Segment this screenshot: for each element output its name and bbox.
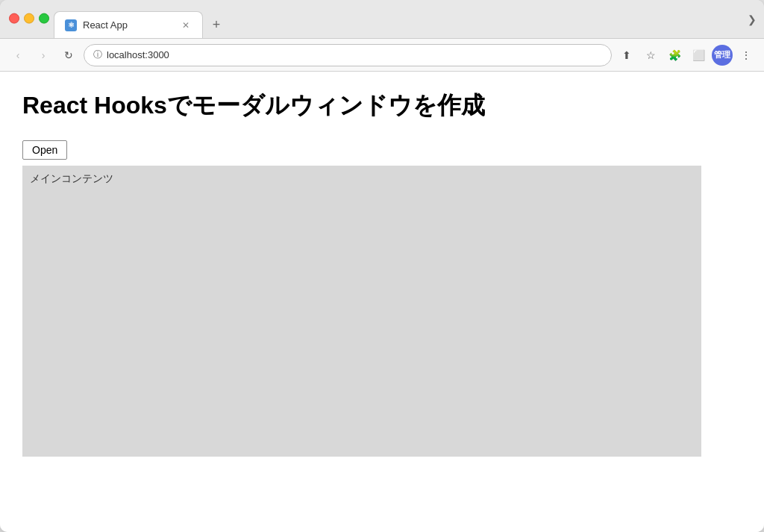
active-tab[interactable]: ⚛ React App ✕ [54,11,203,38]
menu-button[interactable]: ⋮ [736,45,757,66]
bookmark-button[interactable]: ☆ [640,45,661,66]
main-content-text: メインコンテンツ [30,172,113,184]
reload-button[interactable]: ↻ [58,45,79,66]
title-bar: ⚛ React App ✕ + ❯ [0,0,764,39]
address-bar[interactable]: ⓘ localhost:3000 [84,44,612,66]
minimize-window-button[interactable] [24,13,34,23]
lock-icon: ⓘ [93,48,102,61]
page-heading: React Hooksでモーダルウィンドウを作成 [22,90,742,122]
close-window-button[interactable] [9,13,19,23]
open-button[interactable]: Open [22,140,67,160]
nav-actions: ⬆ ☆ 🧩 ⬜ 管理 ⋮ [616,45,757,66]
forward-button[interactable]: › [33,45,54,66]
back-button[interactable]: ‹ [7,45,28,66]
tab-close-button[interactable]: ✕ [180,19,192,31]
tab-title: React App [83,19,174,31]
page-content: React Hooksでモーダルウィンドウを作成 Open メインコンテンツ [0,72,764,532]
tab-overflow-button[interactable]: ❯ [748,13,757,25]
traffic-lights [9,13,49,23]
extensions-button[interactable]: 🧩 [664,45,685,66]
maximize-window-button[interactable] [39,13,49,23]
main-content-area: メインコンテンツ [22,166,701,457]
profile-button[interactable]: 管理 [712,45,733,66]
tabs-area: ⚛ React App ✕ + [54,0,227,38]
tab-favicon: ⚛ [65,19,77,31]
browser-window: ⚛ React App ✕ + ❯ ‹ › ↻ ⓘ localhost:3000… [0,0,764,532]
share-button[interactable]: ⬆ [616,45,637,66]
new-tab-button[interactable]: + [206,14,227,35]
split-view-button[interactable]: ⬜ [688,45,709,66]
nav-bar: ‹ › ↻ ⓘ localhost:3000 ⬆ ☆ 🧩 ⬜ 管理 ⋮ [0,39,764,72]
url-text: localhost:3000 [107,49,169,60]
